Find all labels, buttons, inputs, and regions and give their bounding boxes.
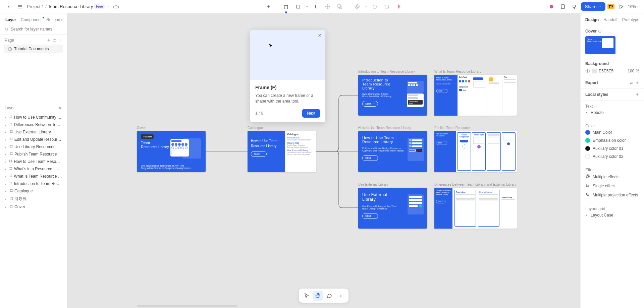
frame-intro[interactable]: Introduction to Team Resource Library In…	[358, 75, 427, 116]
svg-rect-23	[561, 5, 564, 9]
layer-item[interactable]: ▸Use Library Resources	[1, 143, 65, 150]
layer-item[interactable]: ▸What's in a Resource Library?	[1, 165, 65, 173]
frame-howto[interactable]: How to Use Team Resource Library How to …	[358, 131, 427, 172]
layer-item[interactable]: ▸Publish Team Resource	[1, 150, 65, 158]
layer-item[interactable]: ▸引导线	[1, 195, 65, 203]
settings-icon[interactable]	[58, 106, 62, 110]
color-style-item[interactable]: Auxiliary color 02	[585, 152, 639, 161]
layer-item[interactable]: ▸How to Use Team Resource Li…	[1, 158, 65, 165]
ai-tool[interactable]	[394, 2, 404, 11]
plugin-icon[interactable]	[547, 2, 556, 11]
bg-opacity[interactable]: 100	[628, 69, 634, 73]
onboarding-tooltip: Frame (F) You can create a new frame or …	[250, 30, 325, 122]
tooltip-pagination: 1 / 6	[255, 111, 263, 116]
frame-cover[interactable]: Cover Tutorial Team Resource Library Lin…	[137, 131, 206, 172]
zoom-control[interactable]: 16%	[628, 4, 640, 9]
layer-search[interactable]	[0, 25, 67, 35]
breadcrumb-current: Team Resource Library	[48, 4, 93, 9]
add-page-icon[interactable]	[47, 38, 51, 42]
text-style-item[interactable]: Roboto	[585, 109, 639, 117]
cloud-sync-icon[interactable]	[111, 2, 121, 11]
back-button[interactable]	[4, 2, 13, 11]
tab-resource[interactable]: Resource	[46, 17, 63, 22]
chevron-down-icon[interactable]	[306, 5, 308, 8]
frame-diff[interactable]: Differences Between Team Library and Ext…	[434, 188, 517, 229]
crop-tool[interactable]	[382, 2, 391, 11]
tab-prototype[interactable]: Prototype	[622, 17, 639, 22]
chevron-down-icon[interactable]	[347, 5, 350, 8]
canvas[interactable]: Cover Tutorial Team Resource Library Lin…	[67, 13, 580, 308]
user-badge[interactable]: T?	[607, 4, 614, 9]
comment-tool[interactable]	[324, 291, 334, 301]
frame-useext[interactable]: Use External Library Use External Librar…	[358, 188, 427, 229]
effect-style-item[interactable]: Multiple effects	[585, 172, 639, 181]
svg-rect-16	[355, 6, 357, 8]
color-swatch	[585, 138, 590, 143]
boolean-tool[interactable]	[335, 2, 344, 11]
frame-whatis[interactable]: What Is Team Resource Library What Is Te…	[434, 75, 517, 116]
breadcrumb[interactable]: Project 1 / Team Resource Library Free	[27, 4, 109, 9]
page-item[interactable]: Tutorial Documents	[4, 45, 63, 53]
add-icon[interactable]	[635, 93, 639, 97]
move-tool[interactable]	[323, 2, 332, 11]
layer-item[interactable]: ▸Cover	[1, 203, 65, 210]
chevron-down-icon[interactable]	[365, 5, 367, 8]
chevron-down-icon[interactable]	[106, 5, 109, 8]
tab-component[interactable]: Component	[21, 17, 42, 22]
visibility-icon[interactable]	[585, 69, 590, 73]
lightbulb-icon[interactable]	[570, 2, 579, 11]
plan-badge: Free	[94, 4, 105, 9]
text-tool[interactable]: T	[311, 2, 320, 11]
close-button[interactable]	[318, 33, 322, 39]
rectangle-tool[interactable]	[293, 2, 303, 11]
chevron-down-icon[interactable]	[59, 38, 62, 42]
add-icon[interactable]	[635, 81, 639, 85]
color-style-item[interactable]: Emphasis on color	[585, 136, 639, 144]
next-button[interactable]: Next	[302, 109, 320, 118]
select-tool[interactable]	[302, 291, 312, 301]
frame-icon	[9, 204, 13, 209]
layer-item[interactable]: ▸Introduction to Team Resourc…	[1, 180, 65, 187]
layer-item[interactable]: ▸What Is Team Resource Library	[1, 173, 65, 180]
play-button[interactable]	[616, 2, 626, 11]
svg-rect-17	[358, 6, 360, 8]
frame-icon	[9, 181, 13, 186]
layer-item[interactable]: ▸Differences Between Team Li…	[1, 121, 65, 128]
mask-tool[interactable]	[370, 2, 379, 11]
frame-icon	[9, 174, 13, 179]
layer-item[interactable]: ▸How to Use Community Library	[1, 114, 65, 121]
color-style-item[interactable]: Auxiliary color 01	[585, 144, 639, 152]
menu-button[interactable]	[15, 2, 25, 11]
tab-handoff[interactable]: Handoff	[603, 17, 618, 22]
hand-tool[interactable]	[313, 291, 323, 301]
more-tools[interactable]	[336, 291, 346, 301]
component-tool[interactable]	[353, 2, 362, 11]
effect-style-item[interactable]: Single effect	[585, 181, 639, 190]
color-style-item[interactable]: Main Color	[585, 128, 639, 136]
tab-layer[interactable]: Layer	[5, 17, 16, 22]
cursor-icon	[268, 43, 273, 48]
horizontal-scrollbar[interactable]	[137, 305, 237, 307]
frame-publish[interactable]: Publish Team Resource Publish Team Resou…	[434, 131, 517, 172]
layer-search-input[interactable]	[11, 27, 62, 32]
info-icon[interactable]	[598, 29, 602, 33]
frame-tool[interactable]	[281, 2, 291, 11]
share-button[interactable]: Share	[581, 2, 605, 11]
folder-icon[interactable]	[53, 38, 57, 42]
tab-design[interactable]: Design	[585, 17, 599, 22]
layer-item[interactable]: ▸Use External Library	[1, 128, 65, 136]
left-panel: Layer Component Resource Page Tutorial D…	[0, 13, 67, 308]
bg-swatch[interactable]	[592, 69, 597, 73]
bg-hex[interactable]: E5E5E5	[599, 69, 613, 73]
layout-grid-item[interactable]: Layout Case	[585, 211, 639, 219]
notifications-icon[interactable]	[558, 2, 568, 11]
frame-catalogue[interactable]: Catalogue How to Use Team Resource Libra…	[248, 131, 316, 172]
effect-style-item[interactable]: Multiple projection effects	[585, 190, 639, 199]
chevron-down-icon[interactable]	[276, 5, 279, 8]
layer-list: ▸How to Use Community Library▸Difference…	[0, 114, 67, 308]
settings-icon[interactable]	[629, 81, 633, 85]
layer-item[interactable]: ▸Catalogue	[1, 187, 65, 195]
cover-thumbnail[interactable]: TeamResource Library	[585, 36, 615, 54]
layer-item[interactable]: ▸Edit and Update Resources	[1, 136, 65, 143]
add-tool[interactable]	[264, 2, 273, 11]
